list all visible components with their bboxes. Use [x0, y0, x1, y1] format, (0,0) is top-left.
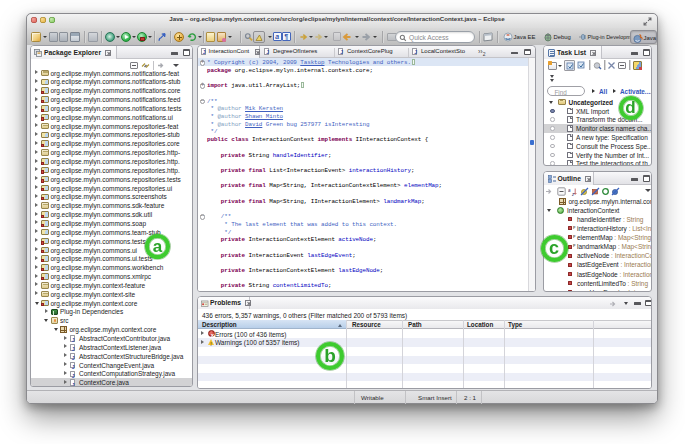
svg-text:a: a: [568, 187, 571, 192]
